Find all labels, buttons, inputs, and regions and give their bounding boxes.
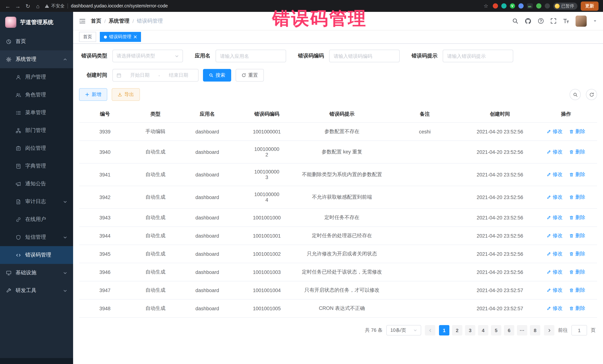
sidebar-item[interactable]: 用户管理 bbox=[0, 68, 73, 86]
app-name-input[interactable] bbox=[216, 50, 286, 62]
add-button[interactable]: 新增 bbox=[79, 88, 107, 101]
extension-icon-blue[interactable] bbox=[518, 3, 523, 9]
column-header: 创建时间 bbox=[465, 106, 535, 122]
sidebar-item[interactable]: 短信管理 bbox=[0, 228, 73, 246]
home-icon[interactable]: ⌂ bbox=[35, 3, 41, 9]
refresh-table-button[interactable] bbox=[586, 89, 597, 100]
back-icon[interactable]: ← bbox=[4, 3, 11, 9]
delete-link[interactable]: 删除 bbox=[569, 232, 585, 239]
sidebar-item-label: 在线用户 bbox=[25, 216, 46, 223]
cell-operations: 修改 删除 bbox=[535, 227, 597, 245]
goto-page-input[interactable] bbox=[571, 325, 587, 335]
delete-link[interactable]: 删除 bbox=[569, 251, 585, 257]
next-page-button[interactable] bbox=[544, 325, 554, 335]
extension-icon-green[interactable] bbox=[536, 3, 541, 9]
cell-remark: ceshi bbox=[385, 122, 465, 141]
paused-badge[interactable]: 已暂停 bbox=[553, 2, 577, 10]
delete-link[interactable]: 删除 bbox=[569, 269, 585, 276]
delete-link[interactable]: 删除 bbox=[569, 194, 585, 200]
sidebar-item[interactable]: 角色管理 bbox=[0, 86, 73, 104]
edit-link[interactable]: 修改 bbox=[547, 232, 563, 239]
caret-down-icon[interactable] bbox=[593, 19, 597, 23]
sidebar-item[interactable]: 在线用户 bbox=[0, 210, 73, 228]
font-size-icon[interactable] bbox=[563, 18, 569, 24]
sidebar-item[interactable]: 错误码管理 bbox=[0, 246, 73, 264]
question-icon[interactable] bbox=[538, 18, 544, 24]
tag[interactable]: 错误码管理 bbox=[100, 32, 141, 42]
reload-icon[interactable]: ↻ bbox=[24, 3, 31, 9]
user-avatar[interactable] bbox=[576, 15, 587, 26]
extension-icon-teal[interactable] bbox=[501, 3, 506, 9]
column-header: 类型 bbox=[131, 106, 180, 122]
sidebar-item[interactable]: 部门管理 bbox=[0, 121, 73, 139]
page-button[interactable]: 4 bbox=[478, 325, 488, 335]
edit-link[interactable]: 修改 bbox=[547, 251, 563, 257]
url-text[interactable]: dashboard.yudao.iocoder.cn/system/error-… bbox=[71, 3, 168, 9]
page-button[interactable]: 8 bbox=[530, 325, 540, 335]
extension-icon-dark[interactable] bbox=[545, 3, 550, 9]
toggle-search-button[interactable] bbox=[570, 89, 581, 100]
delete-link[interactable]: 删除 bbox=[569, 171, 585, 178]
security-warning[interactable]: 不安全 bbox=[45, 3, 65, 9]
error-code-input[interactable] bbox=[329, 50, 400, 62]
chevron-icon bbox=[63, 288, 67, 293]
edit-link[interactable]: 修改 bbox=[547, 194, 563, 200]
edit-link[interactable]: 修改 bbox=[547, 287, 563, 294]
delete-link[interactable]: 删除 bbox=[569, 214, 585, 221]
cell-hint: 只允许修改为开启或者关闭状态 bbox=[299, 245, 385, 263]
error-hint-input[interactable] bbox=[443, 50, 513, 62]
page-button[interactable]: ··· bbox=[517, 325, 527, 335]
delete-link[interactable]: 删除 bbox=[569, 128, 585, 135]
breadcrumb-section[interactable]: 系统管理 bbox=[109, 18, 129, 24]
extension-icon-red[interactable] bbox=[493, 3, 498, 9]
update-button[interactable]: 更新 bbox=[581, 1, 599, 11]
fullscreen-icon[interactable] bbox=[550, 18, 557, 24]
error-type-select[interactable]: 请选择错误码类型 bbox=[112, 50, 183, 62]
delete-link[interactable]: 删除 bbox=[569, 287, 585, 294]
sidebar-item[interactable]: 通知公告 bbox=[0, 175, 73, 193]
edit-link[interactable]: 修改 bbox=[547, 149, 563, 155]
sidebar-item[interactable]: 菜单管理 bbox=[0, 104, 73, 121]
sidebar-item[interactable]: 审计日志 bbox=[0, 193, 73, 210]
page-size-select[interactable]: 10条/页 bbox=[386, 325, 421, 335]
github-icon[interactable] bbox=[525, 18, 531, 24]
sidebar-item[interactable]: 研发工具 bbox=[0, 282, 73, 299]
page-button[interactable]: 6 bbox=[504, 325, 514, 335]
edit-icon bbox=[547, 306, 551, 311]
sidebar-item[interactable]: 首页 bbox=[0, 33, 73, 50]
sidebar-item[interactable]: 基础设施 bbox=[0, 264, 73, 282]
page-button[interactable]: 3 bbox=[465, 325, 475, 335]
reset-button[interactable]: 重置 bbox=[236, 69, 264, 82]
extension-icon-vue[interactable]: V bbox=[510, 3, 515, 9]
date-range-picker[interactable]: 开始日期 - 结束日期 bbox=[112, 69, 198, 82]
edit-link[interactable]: 修改 bbox=[547, 128, 563, 135]
search-icon[interactable] bbox=[512, 18, 518, 24]
search-button[interactable]: 搜索 bbox=[203, 69, 231, 82]
delete-icon bbox=[569, 252, 574, 256]
export-button[interactable]: 导出 bbox=[112, 88, 140, 101]
hamburger-icon[interactable] bbox=[79, 18, 86, 24]
close-icon[interactable] bbox=[134, 35, 137, 39]
delete-link[interactable]: 删除 bbox=[569, 149, 585, 155]
address-bar[interactable]: 不安全 dashboard.yudao.iocoder.cn/system/er… bbox=[45, 3, 479, 9]
page-button[interactable]: 1 bbox=[439, 325, 449, 335]
page-button[interactable]: 2 bbox=[452, 325, 462, 335]
breadcrumb-home[interactable]: 首页 bbox=[91, 18, 101, 24]
prev-page-button[interactable] bbox=[425, 325, 435, 335]
page-button[interactable]: 5 bbox=[491, 325, 501, 335]
edit-link[interactable]: 修改 bbox=[547, 214, 563, 221]
column-header: 应用名 bbox=[180, 106, 234, 122]
sidebar-item[interactable]: 岗位管理 bbox=[0, 139, 73, 157]
forward-icon[interactable]: → bbox=[14, 3, 21, 9]
sidebar-item[interactable]: 系统管理 bbox=[0, 50, 73, 68]
logo[interactable]: 芋道管理系统 bbox=[0, 12, 73, 33]
delete-link[interactable]: 删除 bbox=[569, 305, 585, 312]
cell-hint: 不能删除类型为系统内置的参数配置 bbox=[299, 163, 385, 186]
extension-icon-on-badge[interactable]: on bbox=[527, 3, 533, 9]
edit-link[interactable]: 修改 bbox=[547, 171, 563, 178]
edit-link[interactable]: 修改 bbox=[547, 305, 563, 312]
tag[interactable]: 首页 bbox=[79, 32, 96, 42]
sidebar-item[interactable]: 字典管理 bbox=[0, 157, 73, 175]
edit-link[interactable]: 修改 bbox=[547, 269, 563, 276]
bookmark-star-icon[interactable]: ☆ bbox=[483, 3, 489, 9]
